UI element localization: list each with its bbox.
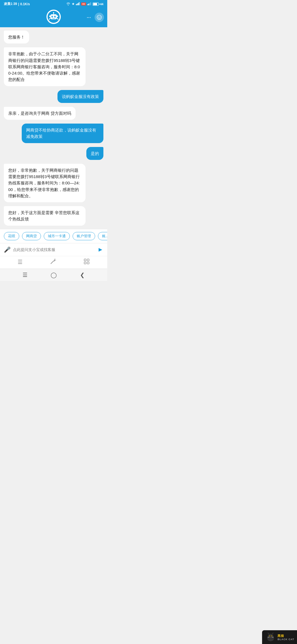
mic-button[interactable]: 🎤	[4, 246, 11, 253]
message-row: 非常抱歉，由于小二分工不同，关于网商银行的问题需要您拨打95188转3号键联系网…	[4, 47, 103, 86]
message-bubble-7: 您好，非常抱歉，关于网商银行的问题需要您拨打95188转3号键联系网商银行热线客…	[4, 164, 86, 202]
wand-icon[interactable]	[50, 258, 56, 266]
toolbar-row: ☰	[0, 256, 107, 269]
nav-home-icon[interactable]: ◯	[51, 272, 57, 278]
svg-point-11	[54, 16, 56, 17]
grid-icon[interactable]	[84, 258, 90, 266]
svg-rect-4	[87, 4, 88, 5]
quick-reply-chip-1[interactable]: 花呗	[4, 232, 19, 240]
hd-badge: HD	[81, 2, 86, 6]
signal-icon	[76, 2, 80, 6]
svg-rect-3	[79, 2, 80, 5]
svg-rect-5	[88, 4, 89, 5]
status-left: 凌晨1:39 | 0.1K/s	[4, 2, 30, 6]
svg-rect-7	[90, 2, 91, 5]
message-row: 网商贷不给协商还款，说蚂蚁金服没有减免政策	[4, 124, 103, 143]
message-bubble-4: 亲亲，是咨询关于网商 贷方面对吗	[4, 107, 76, 120]
avatar-button[interactable]	[95, 13, 104, 22]
android-nav-bar: ☰ ◯ ❮	[0, 269, 107, 281]
message-row: 是的	[4, 147, 103, 160]
status-speed: |	[18, 2, 19, 6]
header-actions: ···	[86, 13, 104, 22]
more-options-button[interactable]: ···	[86, 13, 92, 22]
message-row: 您好，关于这方面是需要 辛苦您联系这个热线反馈	[4, 206, 103, 226]
message-bubble-6: 是的	[86, 147, 103, 160]
svg-point-13	[55, 16, 56, 17]
wifi-icon	[66, 2, 70, 6]
svg-rect-0	[76, 4, 77, 5]
svg-point-18	[97, 15, 101, 20]
message-bubble-3: 说蚂蚁金服没有政策	[57, 90, 103, 103]
svg-rect-17	[57, 15, 58, 17]
bluetooth-icon: ★	[72, 2, 75, 6]
message-bubble-5: 网商贷不给协商还款，说蚂蚁金服没有减免政策	[22, 124, 103, 143]
svg-rect-16	[49, 15, 50, 17]
svg-point-12	[52, 16, 53, 17]
svg-rect-27	[84, 262, 86, 264]
quick-reply-chip-3[interactable]: 城市一卡通	[44, 232, 70, 240]
status-bar: 凌晨1:39 | 0.1K/s ★ HD	[0, 0, 107, 7]
battery-icon	[93, 2, 99, 6]
status-right: ★ HD 44	[66, 2, 103, 6]
status-network-speed: 0.1K/s	[20, 2, 30, 6]
svg-rect-28	[87, 262, 89, 264]
input-area: 🎤 ►	[0, 243, 107, 256]
quick-reply-chip-4[interactable]: 账户管理	[73, 232, 95, 240]
nav-back-icon[interactable]: ❮	[80, 272, 85, 278]
send-button[interactable]: ►	[97, 246, 103, 253]
chat-area: 您服务！非常抱歉，由于小二分工不同，关于网商银行的问题需要您拨打95188转3号…	[0, 27, 107, 229]
chat-header: ···	[0, 7, 107, 27]
svg-rect-25	[84, 259, 86, 261]
svg-rect-2	[78, 3, 79, 5]
svg-line-21	[51, 261, 54, 264]
svg-rect-26	[87, 259, 89, 261]
message-bubble-1: 您服务！	[4, 31, 29, 43]
svg-rect-6	[89, 3, 90, 5]
quick-reply-chip-2[interactable]: 网商贷	[22, 232, 41, 240]
svg-point-19	[98, 17, 99, 18]
status-time: 凌晨1:39	[4, 2, 17, 6]
chat-input[interactable]	[13, 247, 95, 252]
svg-point-15	[53, 12, 54, 13]
battery-level: 44	[100, 2, 103, 6]
svg-rect-1	[77, 4, 78, 5]
message-row: 亲亲，是咨询关于网商 贷方面对吗	[4, 107, 103, 120]
4g-signal-icon	[87, 2, 91, 6]
message-row: 说蚂蚁金服没有政策	[4, 90, 103, 103]
quick-reply-chips: 花呗网商贷城市一卡通账户管理账...	[0, 229, 107, 243]
nav-menu-icon[interactable]: ☰	[23, 272, 28, 278]
message-bubble-2: 非常抱歉，由于小二分工不同，关于网商银行的问题需要您拨打95188转3号键联系网…	[4, 47, 86, 86]
svg-line-24	[55, 259, 55, 259]
svg-point-20	[100, 17, 101, 18]
svg-point-10	[51, 16, 53, 17]
message-row: 您好，非常抱歉，关于网商银行的问题需要您拨打95188转3号键联系网商银行热线客…	[4, 164, 103, 202]
menu-icon[interactable]: ☰	[18, 259, 23, 265]
quick-reply-chip-5[interactable]: 账...	[98, 232, 107, 240]
message-row: 您服务！	[4, 31, 103, 43]
battery-fill	[93, 3, 97, 5]
bot-avatar	[46, 10, 61, 24]
message-bubble-8: 您好，关于这方面是需要 辛苦您联系这个热线反馈	[4, 206, 86, 226]
